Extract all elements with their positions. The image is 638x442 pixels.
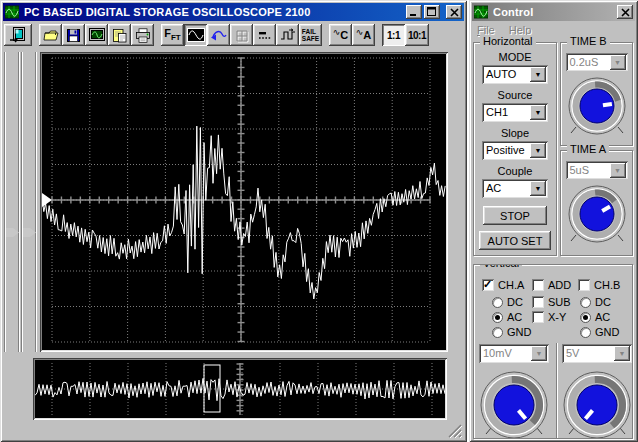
save-button[interactable] bbox=[62, 24, 85, 46]
channel-b-gain-knob[interactable] bbox=[558, 367, 633, 439]
exit-icon bbox=[9, 27, 27, 43]
minimize-icon bbox=[409, 7, 419, 17]
probe-1x-button[interactable]: 1:1 bbox=[382, 24, 405, 46]
time-b-select[interactable]: 0.2uS ▼ bbox=[566, 53, 628, 71]
fail-safe-label: FAIL SAFE bbox=[302, 28, 319, 42]
xy-checkbox[interactable]: X-Y bbox=[532, 311, 566, 323]
source-select[interactable]: CH1 ▼ bbox=[482, 103, 548, 122]
cha-ac-radio[interactable]: AC bbox=[492, 311, 522, 323]
time-a-select[interactable]: 5uS ▼ bbox=[566, 161, 628, 179]
cal-c-icon: ∿C bbox=[333, 29, 349, 41]
grid-icon bbox=[234, 28, 249, 43]
cal-a-icon: ∿A bbox=[356, 29, 372, 41]
calibrate-a-button[interactable]: ∿A bbox=[352, 24, 375, 46]
time-a-group: TIME A 5uS ▼ bbox=[560, 150, 633, 256]
calibrate-c-button[interactable]: ∿C bbox=[329, 24, 352, 46]
couple-label: Couple bbox=[498, 165, 533, 177]
printer-icon bbox=[135, 28, 151, 43]
channel-a-checkbox[interactable]: CH.A bbox=[482, 279, 524, 291]
time-b-group: TIME B 0.2uS ▼ bbox=[560, 42, 633, 146]
time-a-knob[interactable] bbox=[561, 181, 633, 251]
dropdown-arrow-icon: ▼ bbox=[531, 346, 547, 361]
line-style-button[interactable] bbox=[253, 24, 276, 46]
export-image-button[interactable] bbox=[85, 24, 108, 46]
dropdown-arrow-icon: ▼ bbox=[610, 163, 626, 178]
fft-button[interactable]: FFT bbox=[161, 24, 184, 46]
cha-scale-select[interactable]: 10mV ▼ bbox=[479, 344, 549, 363]
slope-label: Slope bbox=[501, 127, 529, 139]
open-folder-icon bbox=[43, 28, 59, 42]
open-file-button[interactable] bbox=[39, 24, 62, 46]
control-titlebar: Control bbox=[472, 3, 635, 21]
slider-thumb-icon[interactable] bbox=[6, 228, 19, 237]
main-titlebar: PC BASED DIGITAL STORAGE OSCILLOSCOPE 21… bbox=[3, 3, 464, 21]
sine-wave-icon bbox=[187, 28, 205, 42]
time-b-knob[interactable] bbox=[561, 73, 633, 143]
auto-set-button[interactable]: AUTO SET bbox=[479, 231, 551, 250]
trigger-pulse-button[interactable] bbox=[276, 24, 299, 46]
mode-select[interactable]: AUTO ▼ bbox=[482, 65, 548, 84]
position-sliders bbox=[4, 52, 38, 352]
dropdown-arrow-icon: ▼ bbox=[610, 55, 626, 70]
group-caption: Vertical bbox=[480, 264, 522, 269]
app-icon bbox=[5, 5, 19, 19]
chb-gnd-radio[interactable]: GND bbox=[580, 326, 619, 338]
channel-a-position-slider[interactable] bbox=[4, 52, 20, 352]
square-wave-icon bbox=[280, 28, 296, 42]
close-icon bbox=[450, 8, 459, 17]
minimize-button[interactable] bbox=[406, 5, 422, 19]
overview-scope-display bbox=[33, 358, 447, 420]
probe-10x-button[interactable]: 10:1 bbox=[405, 24, 429, 46]
dropdown-arrow-icon[interactable]: ▼ bbox=[530, 67, 546, 82]
dropdown-arrow-icon[interactable]: ▼ bbox=[530, 181, 546, 196]
trigger-marker-icon[interactable] bbox=[42, 193, 52, 207]
couple-select[interactable]: AC ▼ bbox=[482, 179, 548, 198]
main-toolbar: FFT bbox=[4, 24, 429, 48]
source-label: Source bbox=[498, 89, 533, 101]
horizontal-group: Horizontal MODE AUTO ▼ Source CH1 ▼ Slop… bbox=[473, 42, 557, 256]
window-title: PC BASED DIGITAL STORAGE OSCILLOSCOPE 21… bbox=[24, 6, 404, 18]
dropdown-arrow-icon[interactable]: ▼ bbox=[530, 105, 546, 120]
group-caption: TIME A bbox=[567, 143, 609, 155]
app-icon bbox=[474, 5, 488, 19]
channel-b-position-slider[interactable] bbox=[21, 52, 37, 352]
group-caption: Horizontal bbox=[480, 35, 536, 47]
close-button[interactable] bbox=[446, 5, 462, 19]
main-scope-display bbox=[40, 52, 448, 352]
cha-dc-radio[interactable]: DC bbox=[492, 296, 523, 308]
slope-select[interactable]: Positive ▼ bbox=[482, 141, 548, 160]
control-window-title: Control bbox=[493, 6, 615, 18]
close-icon bbox=[621, 8, 630, 17]
chb-dc-radio[interactable]: DC bbox=[580, 296, 611, 308]
resize-grip[interactable] bbox=[448, 424, 462, 438]
control-close-button[interactable] bbox=[617, 5, 633, 19]
channel-b-checkbox[interactable]: CH.B bbox=[578, 279, 620, 291]
sub-checkbox[interactable]: SUB bbox=[532, 296, 571, 308]
dropdown-arrow-icon[interactable]: ▼ bbox=[530, 143, 546, 158]
control-panel-window: Control File Help Horizontal MODE AUTO ▼… bbox=[469, 0, 638, 442]
grid-toggle-button[interactable] bbox=[230, 24, 253, 46]
fail-safe-button[interactable]: FAIL SAFE bbox=[299, 24, 322, 46]
add-checkbox[interactable]: ADD bbox=[532, 279, 571, 291]
print-button[interactable] bbox=[131, 24, 154, 46]
chb-scale-select[interactable]: 5V ▼ bbox=[562, 344, 632, 363]
line-style-icon bbox=[257, 29, 272, 41]
group-caption: TIME B bbox=[567, 35, 610, 47]
waveform-mode-button[interactable] bbox=[184, 24, 207, 46]
vertical-group: Vertical CH.A ADD CH.B DC AC GND SUB X- bbox=[473, 264, 633, 439]
maximize-button[interactable] bbox=[424, 5, 440, 19]
slider-thumb-icon[interactable] bbox=[23, 228, 36, 237]
dropdown-arrow-icon: ▼ bbox=[614, 346, 630, 361]
undo-button[interactable] bbox=[207, 24, 230, 46]
notes-button[interactable] bbox=[108, 24, 131, 46]
oscilloscope-main-window: PC BASED DIGITAL STORAGE OSCILLOSCOPE 21… bbox=[0, 0, 467, 442]
channel-a-gain-knob[interactable] bbox=[475, 367, 553, 439]
knob-pointer bbox=[602, 104, 611, 105]
cha-gnd-radio[interactable]: GND bbox=[492, 326, 531, 338]
stop-button[interactable]: STOP bbox=[483, 206, 547, 225]
save-floppy-icon bbox=[66, 28, 81, 43]
screen-capture-icon bbox=[89, 28, 105, 42]
exit-button[interactable] bbox=[4, 24, 32, 46]
mode-label: MODE bbox=[499, 51, 532, 63]
chb-ac-radio[interactable]: AC bbox=[580, 311, 610, 323]
